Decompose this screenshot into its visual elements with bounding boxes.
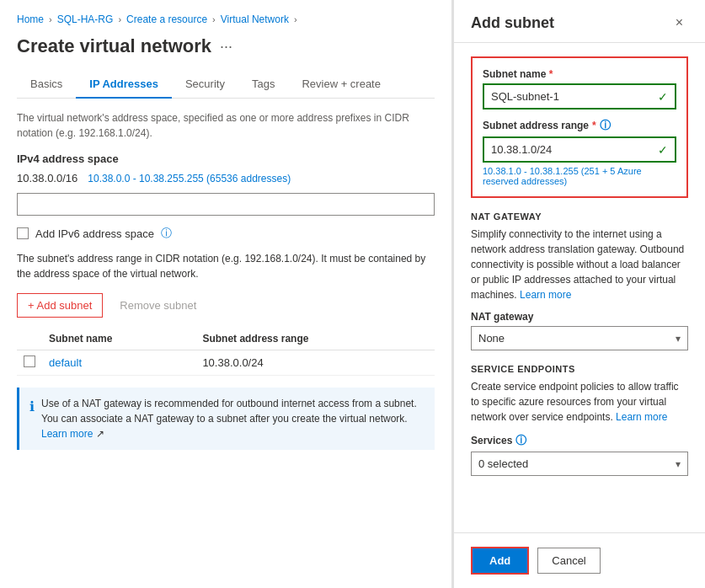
services-select[interactable]: 0 selected xyxy=(472,452,687,475)
subnet-name-label: Subnet name xyxy=(483,68,546,80)
subnet-address-check-icon: ✓ xyxy=(658,143,668,157)
tab-security[interactable]: Security xyxy=(172,71,238,99)
breadcrumb-sep-2: › xyxy=(118,14,121,24)
subnet-address-input[interactable] xyxy=(484,138,675,161)
service-endpoints-heading: SERVICE ENDPOINTS xyxy=(471,364,688,374)
subnet-col-name: Subnet name xyxy=(42,328,195,350)
breadcrumb-sep-4: › xyxy=(294,14,297,24)
ipv4-address-value: 10.38.0.0/16 xyxy=(17,172,77,184)
more-options-button[interactable]: ··· xyxy=(220,38,232,56)
services-label: Services xyxy=(471,435,512,446)
info-box: ℹ Use of a NAT gateway is recommended fo… xyxy=(17,388,435,450)
panel-title: Add subnet xyxy=(471,14,554,32)
table-row: default 10.38.0.0/24 xyxy=(17,350,435,376)
tab-tags[interactable]: Tags xyxy=(238,71,288,99)
breadcrumb-create-resource[interactable]: Create a resource xyxy=(126,13,207,25)
tab-ip-addresses[interactable]: IP Addresses xyxy=(76,71,172,99)
cancel-button[interactable]: Cancel xyxy=(537,548,600,574)
breadcrumb: Home › SQL-HA-RG › Create a resource › V… xyxy=(17,13,435,25)
subnet-name-check-icon: ✓ xyxy=(658,90,668,104)
nat-gateway-select[interactable]: None xyxy=(472,327,687,350)
breadcrumb-sep-3: › xyxy=(212,14,216,24)
info-box-icon: ℹ xyxy=(29,397,35,417)
tab-bar: Basics IP Addresses Security Tags Review… xyxy=(17,71,435,99)
subnet-address-info-icon[interactable]: ⓘ xyxy=(600,118,611,133)
add-subnet-button[interactable]: + Add subnet xyxy=(17,293,103,318)
ipv6-checkbox[interactable] xyxy=(17,227,29,239)
service-endpoints-learn-more-link[interactable]: Learn more xyxy=(616,411,667,423)
remove-subnet-button[interactable]: Remove subnet xyxy=(109,294,206,317)
nat-gateway-select-wrapper: None ▾ xyxy=(471,326,688,350)
subnet-address-label: Subnet address range xyxy=(483,120,589,131)
ipv4-address-input[interactable] xyxy=(17,193,435,216)
section-description: The virtual network's address space, spe… xyxy=(17,110,435,141)
ipv6-info-icon[interactable]: ⓘ xyxy=(161,226,172,241)
page-title: Create virtual network xyxy=(17,35,211,57)
tab-basics[interactable]: Basics xyxy=(17,71,76,99)
services-info-icon[interactable]: ⓘ xyxy=(515,433,526,448)
nat-gateway-label: NAT gateway xyxy=(471,311,688,323)
subnet-address-required: * xyxy=(592,120,596,131)
subnet-name-cell[interactable]: default xyxy=(42,350,195,376)
breadcrumb-home[interactable]: Home xyxy=(17,13,44,25)
services-select-wrapper: 0 selected ▾ xyxy=(471,452,688,476)
subnet-col-range: Subnet address range xyxy=(195,328,435,350)
service-endpoints-text: Create service endpoint policies to allo… xyxy=(471,379,688,425)
info-external-icon: ↗ xyxy=(96,428,104,440)
add-button[interactable]: Add xyxy=(471,547,529,575)
subnet-row-checkbox[interactable] xyxy=(24,355,35,367)
add-subnet-panel: Add subnet × Subnet name * ✓ xyxy=(452,0,705,588)
breadcrumb-rg[interactable]: SQL-HA-RG xyxy=(57,13,114,25)
subnet-name-input[interactable] xyxy=(484,85,675,108)
ipv4-section-title: IPv4 address space xyxy=(17,152,435,165)
nat-learn-more-link[interactable]: Learn more xyxy=(520,289,571,301)
ipv6-label: Add IPv6 address space xyxy=(35,227,154,240)
info-box-text: Use of a NAT gateway is recommended for … xyxy=(41,396,425,441)
tab-review-create[interactable]: Review + create xyxy=(288,71,394,99)
panel-close-button[interactable]: × xyxy=(670,13,688,32)
nat-gateway-text: Simplify connectivity to the internet us… xyxy=(471,227,688,302)
info-learn-more-link[interactable]: Learn more xyxy=(41,428,93,440)
subnet-name-required: * xyxy=(549,68,553,80)
nat-gateway-heading: NAT GATEWAY xyxy=(471,211,688,222)
subnet-table: Subnet name Subnet address range default… xyxy=(17,328,435,376)
ipv4-address-range: 10.38.0.0 - 10.38.255.255 (65536 address… xyxy=(88,173,291,184)
breadcrumb-vnet[interactable]: Virtual Network xyxy=(221,13,289,25)
cidr-note: The subnet's address range in CIDR notat… xyxy=(17,251,435,281)
subnet-range-cell: 10.38.0.0/24 xyxy=(195,350,435,376)
breadcrumb-sep-1: › xyxy=(49,14,52,24)
subnet-address-hint: 10.38.1.0 - 10.38.1.255 (251 + 5 Azure r… xyxy=(483,166,676,186)
